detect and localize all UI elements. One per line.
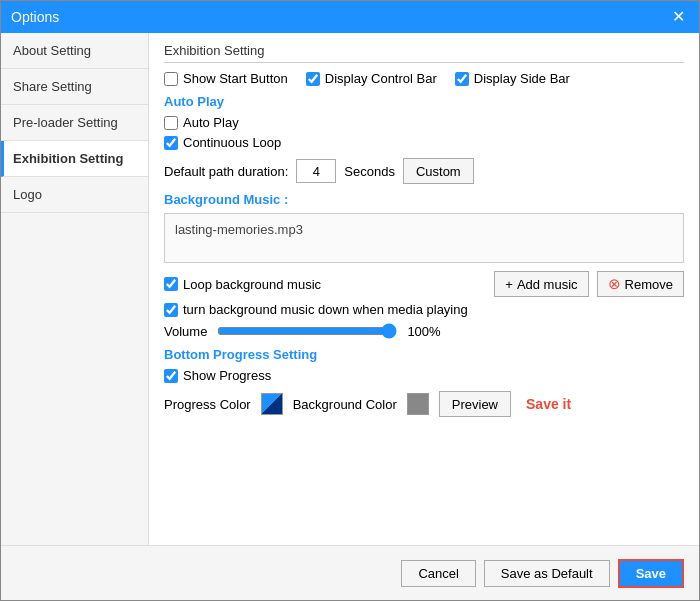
display-control-bar-label[interactable]: Display Control Bar bbox=[306, 71, 437, 86]
turn-down-checkbox[interactable] bbox=[164, 303, 178, 317]
sidebar-item-label: Pre-loader Setting bbox=[13, 115, 118, 130]
save-it-text: Save it bbox=[526, 396, 571, 412]
custom-button[interactable]: Custom bbox=[403, 158, 474, 184]
duration-row: Default path duration: 4 Seconds Custom bbox=[164, 158, 684, 184]
display-side-bar-checkbox[interactable] bbox=[455, 72, 469, 86]
auto-play-heading: Auto Play bbox=[164, 94, 684, 109]
show-progress-checkbox[interactable] bbox=[164, 369, 178, 383]
bg-color-label: Background Color bbox=[293, 397, 397, 412]
display-options-row: Show Start Button Display Control Bar Di… bbox=[164, 71, 684, 86]
continuous-loop-label[interactable]: Continuous Loop bbox=[164, 135, 684, 150]
volume-label: Volume bbox=[164, 324, 207, 339]
progress-color-swatch[interactable] bbox=[261, 393, 283, 415]
remove-icon: ⊗ bbox=[608, 275, 621, 293]
loop-bg-music-label[interactable]: Loop background music bbox=[164, 277, 321, 292]
remove-label: Remove bbox=[625, 277, 673, 292]
show-progress-text: Show Progress bbox=[183, 368, 271, 383]
options-dialog: Options ✕ About Setting Share Setting Pr… bbox=[0, 0, 700, 601]
turn-down-label[interactable]: turn background music down when media pl… bbox=[164, 302, 684, 317]
music-controls-row: Loop background music + Add music ⊗ Remo… bbox=[164, 271, 684, 297]
sidebar-item-label: Exhibition Setting bbox=[13, 151, 124, 166]
add-music-button[interactable]: + Add music bbox=[494, 271, 588, 297]
continuous-loop-checkbox[interactable] bbox=[164, 136, 178, 150]
progress-color-row: Progress Color Background Color Preview … bbox=[164, 391, 684, 417]
volume-row: Volume 100% bbox=[164, 323, 684, 339]
volume-value: 100% bbox=[407, 324, 440, 339]
sidebar-item-exhibition-setting[interactable]: Exhibition Setting bbox=[1, 141, 148, 177]
progress-color-label: Progress Color bbox=[164, 397, 251, 412]
show-start-button-checkbox[interactable] bbox=[164, 72, 178, 86]
volume-slider[interactable] bbox=[217, 323, 397, 339]
show-progress-label[interactable]: Show Progress bbox=[164, 368, 684, 383]
loop-bg-music-checkbox[interactable] bbox=[164, 277, 178, 291]
auto-play-section: Auto Play Continuous Loop bbox=[164, 115, 684, 150]
add-music-icon: + bbox=[505, 277, 513, 292]
bg-color-swatch[interactable] bbox=[407, 393, 429, 415]
sidebar-item-label: About Setting bbox=[13, 43, 91, 58]
dialog-title: Options bbox=[11, 9, 59, 25]
display-side-bar-label[interactable]: Display Side Bar bbox=[455, 71, 570, 86]
save-as-default-button[interactable]: Save as Default bbox=[484, 560, 610, 587]
turn-down-text: turn background music down when media pl… bbox=[183, 302, 468, 317]
sidebar-item-about-setting[interactable]: About Setting bbox=[1, 33, 148, 69]
display-side-bar-text: Display Side Bar bbox=[474, 71, 570, 86]
sidebar-item-share-setting[interactable]: Share Setting bbox=[1, 69, 148, 105]
remove-button[interactable]: ⊗ Remove bbox=[597, 271, 684, 297]
preview-button[interactable]: Preview bbox=[439, 391, 511, 417]
auto-play-label[interactable]: Auto Play bbox=[164, 115, 684, 130]
sidebar-item-logo[interactable]: Logo bbox=[1, 177, 148, 213]
auto-play-checkbox[interactable] bbox=[164, 116, 178, 130]
display-control-bar-text: Display Control Bar bbox=[325, 71, 437, 86]
display-control-bar-checkbox[interactable] bbox=[306, 72, 320, 86]
dialog-body: About Setting Share Setting Pre-loader S… bbox=[1, 33, 699, 545]
duration-input[interactable]: 4 bbox=[296, 159, 336, 183]
sidebar-item-label: Logo bbox=[13, 187, 42, 202]
seconds-label: Seconds bbox=[344, 164, 395, 179]
duration-label: Default path duration: bbox=[164, 164, 288, 179]
main-content: Exhibition Setting Show Start Button Dis… bbox=[149, 33, 699, 545]
show-start-button-label[interactable]: Show Start Button bbox=[164, 71, 288, 86]
sidebar-item-preloader-setting[interactable]: Pre-loader Setting bbox=[1, 105, 148, 141]
continuous-loop-text: Continuous Loop bbox=[183, 135, 281, 150]
show-start-button-text: Show Start Button bbox=[183, 71, 288, 86]
dialog-footer: Cancel Save as Default Save bbox=[1, 545, 699, 600]
close-button[interactable]: ✕ bbox=[668, 9, 689, 25]
bg-music-heading: Background Music : bbox=[164, 192, 684, 207]
add-music-label: Add music bbox=[517, 277, 578, 292]
sidebar-item-label: Share Setting bbox=[13, 79, 92, 94]
auto-play-text: Auto Play bbox=[183, 115, 239, 130]
title-bar: Options ✕ bbox=[1, 1, 699, 33]
bottom-progress-heading: Bottom Progress Setting bbox=[164, 347, 684, 362]
music-file-name: lasting-memories.mp3 bbox=[175, 222, 303, 237]
loop-bg-music-text: Loop background music bbox=[183, 277, 321, 292]
exhibition-section-title: Exhibition Setting bbox=[164, 43, 684, 63]
cancel-button[interactable]: Cancel bbox=[401, 560, 475, 587]
music-file-box: lasting-memories.mp3 bbox=[164, 213, 684, 263]
sidebar: About Setting Share Setting Pre-loader S… bbox=[1, 33, 149, 545]
save-button[interactable]: Save bbox=[618, 559, 684, 588]
